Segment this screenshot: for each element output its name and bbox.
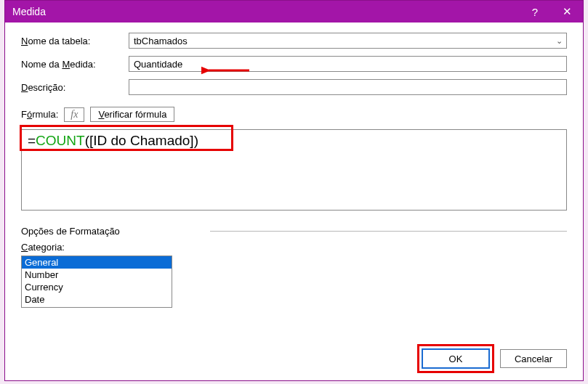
category-listbox[interactable]: General Number Currency Date xyxy=(21,256,172,308)
help-icon: ? xyxy=(532,6,538,18)
dialog-title: Medida xyxy=(12,6,46,17)
formula-area-wrap: =COUNT([ID do Chamado]) xyxy=(21,129,567,213)
formula-textarea[interactable] xyxy=(21,129,567,211)
ok-button-wrap: OK xyxy=(420,347,491,370)
measure-name-label: Nome da Medida: xyxy=(21,59,129,70)
help-button[interactable]: ? xyxy=(519,1,551,23)
category-label: Categoria: xyxy=(21,242,567,253)
description-label: Descrição: xyxy=(21,82,129,93)
measure-dialog: Medida ? ✕ Nome da tabela: ⌄ Nome da Med… xyxy=(4,0,584,381)
table-name-row: Nome da tabela: ⌄ xyxy=(21,33,567,49)
list-item[interactable]: Currency xyxy=(22,281,172,293)
verify-formula-button[interactable]: Verificar fórmula xyxy=(90,107,174,122)
close-icon: ✕ xyxy=(563,5,572,18)
dialog-content: Nome da tabela: ⌄ Nome da Medida: Descri… xyxy=(5,23,583,380)
formula-label: Fórmula: xyxy=(21,109,58,120)
section-divider xyxy=(210,231,567,232)
fx-icon[interactable]: fx xyxy=(64,107,84,122)
list-item[interactable]: General xyxy=(22,256,172,269)
description-row: Descrição: xyxy=(21,79,567,95)
measure-name-row: Nome da Medida: xyxy=(21,56,567,72)
table-name-select-wrap: ⌄ xyxy=(129,33,567,49)
table-name-select[interactable] xyxy=(129,33,567,49)
description-input[interactable] xyxy=(129,79,567,95)
formula-row: Fórmula: fx Verificar fórmula xyxy=(21,107,567,122)
list-item[interactable]: Date xyxy=(22,293,172,306)
list-item[interactable]: Number xyxy=(22,269,172,281)
close-button[interactable]: ✕ xyxy=(551,1,583,23)
titlebar: Medida ? ✕ xyxy=(5,1,583,23)
ok-button[interactable]: OK xyxy=(422,349,489,368)
table-name-label: Nome da tabela: xyxy=(21,36,129,46)
category-block: Categoria: General Number Currency Date xyxy=(21,242,567,308)
measure-name-input[interactable] xyxy=(129,56,567,72)
cancel-button[interactable]: Cancelar xyxy=(500,349,567,368)
dialog-button-row: OK Cancelar xyxy=(21,338,567,370)
